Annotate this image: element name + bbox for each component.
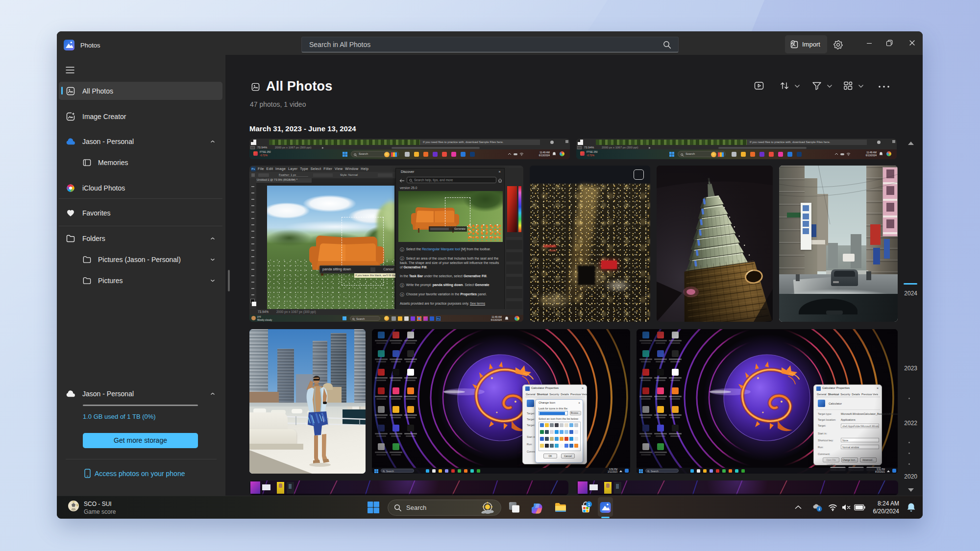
svg-text:1: 1	[588, 502, 590, 507]
